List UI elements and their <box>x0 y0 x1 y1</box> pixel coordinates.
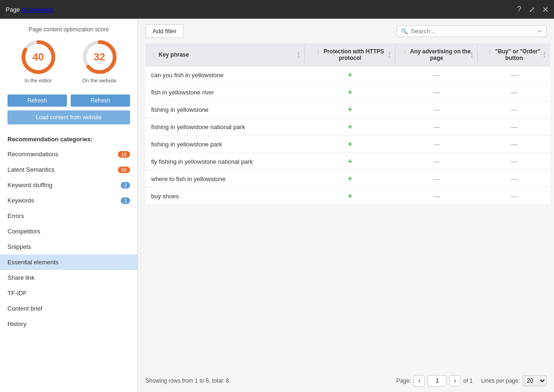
key-phrase-cell: buy shoes <box>146 188 305 205</box>
page-label: Page: <box>396 377 411 384</box>
key-phrase-cell: fishing in yellowstone park <box>146 136 305 153</box>
cell-buy_button: — <box>478 84 550 101</box>
dash-icon: — <box>433 123 440 131</box>
load-content-button[interactable]: Load content from website <box>7 110 130 124</box>
col-menu-icon[interactable]: ⋮ <box>386 51 393 58</box>
nav-item-label: Share link <box>7 274 35 281</box>
dash-icon: — <box>511 88 518 96</box>
col-menu-icon[interactable]: ⋮ <box>468 51 475 58</box>
editor-score-value: 40 <box>32 51 44 63</box>
website-gauge: 32 <box>81 38 118 76</box>
col-drag-handle[interactable]: ⋮ <box>316 49 321 54</box>
dash-icon: — <box>433 175 440 182</box>
cell-https: + <box>305 84 395 101</box>
prev-page-button[interactable]: ‹ <box>414 375 425 386</box>
dash-icon: — <box>433 71 440 79</box>
key-phrase-cell: fishing in yellowstone <box>146 101 305 118</box>
col-menu-icon[interactable]: ⋮ <box>541 51 547 58</box>
refresh-editor-button[interactable]: Refresh <box>7 94 67 107</box>
nav-item-badge: 2 <box>121 197 130 204</box>
refresh-website-button[interactable]: Refresh <box>71 94 130 107</box>
cell-https: + <box>305 136 395 153</box>
toolbar: Add filter 🔍 ↵ <box>138 19 554 44</box>
table-row: fishing in yellowstone+—— <box>146 101 550 118</box>
col-header-text: Protection with HTTPS protocol <box>323 48 384 61</box>
nav-item-label: Keywords <box>7 197 34 204</box>
sidebar-nav-item[interactable]: TF-IDF <box>0 285 138 301</box>
cell-advertising: — <box>395 84 478 101</box>
cell-buy_button: — <box>478 188 550 205</box>
sidebar-nav-item[interactable]: Recommendations16 <box>0 146 138 162</box>
sidebar-nav-item[interactable]: Essential elements <box>0 254 138 270</box>
key-phrase-cell: fly fishing in yellowstone national park <box>146 153 305 170</box>
table-col-header-buy_button: ⋮"Buy" or "Order" button⋮ <box>478 44 550 66</box>
dash-icon: — <box>433 88 440 96</box>
table-header: ⋮Key phrase⋮⋮Protection with HTTPS proto… <box>146 44 550 66</box>
score-title: Page content optimization score <box>7 26 130 33</box>
table-col-header-https: ⋮Protection with HTTPS protocol⋮ <box>305 44 395 66</box>
close-icon[interactable]: ✕ <box>542 5 548 14</box>
nav-item-label: Competitors <box>7 228 40 235</box>
col-header-text: Any advertising on the page <box>410 48 470 61</box>
sidebar-nav-item[interactable]: Snippets <box>0 239 138 254</box>
website-score-label: On the website <box>81 78 118 83</box>
nav-item-badge: 66 <box>118 167 130 173</box>
cell-advertising: — <box>395 66 478 84</box>
plus-icon: + <box>348 192 352 200</box>
sidebar-nav-item[interactable]: Latent Semantics66 <box>0 162 138 177</box>
add-filter-button[interactable]: Add filter <box>146 24 183 38</box>
col-drag-handle[interactable]: ⋮ <box>402 49 407 54</box>
recommendation-categories-title: Recommendation categories: <box>0 132 138 146</box>
sidebar-nav-item[interactable]: Keywords2 <box>0 193 138 208</box>
main-layout: Page content optimization score 40 In th… <box>0 19 554 392</box>
nav-item-label: Content brief <box>7 305 42 312</box>
page-nav: Page: ‹ › of 1 Lines per page: 102050100 <box>396 375 547 386</box>
page-input[interactable] <box>428 375 446 386</box>
dash-icon: — <box>511 71 518 79</box>
website-score-value: 32 <box>94 51 105 63</box>
refresh-buttons: Refresh Refresh <box>0 94 138 110</box>
search-input[interactable] <box>411 28 535 35</box>
sidebar-nav-item[interactable]: Keyword stuffing2 <box>0 177 138 193</box>
cell-advertising: — <box>395 118 478 136</box>
key-phrase-cell: fishing in yellowstone national park <box>146 118 305 136</box>
pagination-bar: Showing rows from 1 to 8, total: 8 Page:… <box>138 370 554 392</box>
cell-https: + <box>305 170 395 188</box>
nav-item-label: Latent Semantics <box>7 166 54 173</box>
cell-https: + <box>305 118 395 136</box>
nav-item-label: Keyword stuffing <box>7 181 52 189</box>
col-drag-handle[interactable]: ⋮ <box>151 52 156 58</box>
col-drag-handle[interactable]: ⋮ <box>488 49 492 54</box>
search-box: 🔍 ↵ <box>397 25 547 37</box>
sidebar-nav-item[interactable]: History <box>0 316 138 332</box>
website-score-item: 32 On the website <box>81 38 118 83</box>
sidebar-nav-item[interactable]: Content brief <box>0 301 138 316</box>
main-content: Add filter 🔍 ↵ ⋮Key phrase⋮⋮Protection w… <box>138 19 554 392</box>
lines-label: Lines per page: <box>481 377 520 384</box>
dash-icon: — <box>433 192 440 200</box>
sidebar-nav-item[interactable]: Share link <box>0 270 138 285</box>
nav-item-label: Essential elements <box>7 259 58 266</box>
help-icon[interactable]: ? <box>517 5 521 14</box>
nav-item-badge: 16 <box>118 151 130 158</box>
plus-icon: + <box>348 123 352 131</box>
dash-icon: — <box>433 140 440 148</box>
table-body: can you fish in yellowstone+——fish in ye… <box>146 66 550 205</box>
cell-advertising: — <box>395 136 478 153</box>
col-menu-icon[interactable]: ⋮ <box>295 51 302 58</box>
cell-buy_button: — <box>478 170 550 188</box>
sidebar-nav-item[interactable]: Competitors <box>0 224 138 239</box>
next-page-button[interactable]: › <box>449 375 460 386</box>
cell-https: + <box>305 101 395 118</box>
sidebar-nav-item[interactable]: Errors <box>0 208 138 224</box>
nav-item-label: Recommendations <box>7 151 58 158</box>
cell-https: + <box>305 66 395 84</box>
score-section: Page content optimization score 40 In th… <box>0 26 138 94</box>
lines-per-page-select[interactable]: 102050100 <box>523 375 547 386</box>
expand-icon[interactable]: ⤢ <box>529 5 535 14</box>
dash-icon: — <box>433 106 440 113</box>
table-row: fishing in yellowstone national park+—— <box>146 118 550 136</box>
table-row: where to fish in yellowstone+—— <box>146 170 550 188</box>
titlebar-path[interactable]: /articles/test <box>22 6 54 13</box>
showing-text: Showing rows from 1 to 8, total: 8 <box>146 377 391 384</box>
